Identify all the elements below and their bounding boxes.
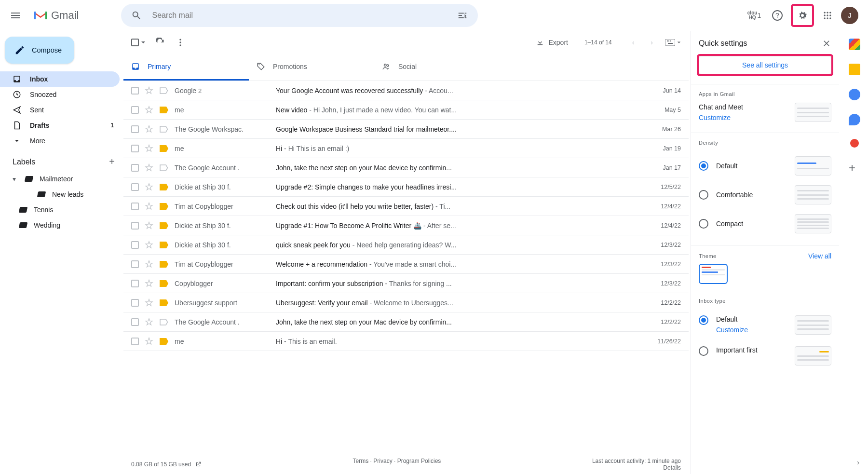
tab-promotions[interactable]: Promotions bbox=[249, 54, 374, 81]
mail-row[interactable]: Tim at CopybloggerCheck out this video (… bbox=[123, 197, 689, 216]
gmail-logo[interactable]: Gmail bbox=[31, 9, 79, 22]
label-wedding[interactable]: Wedding bbox=[0, 217, 123, 233]
label-tennis[interactable]: Tennis bbox=[0, 202, 123, 217]
label-new-leads[interactable]: New leads bbox=[0, 187, 123, 202]
row-checkbox[interactable] bbox=[131, 125, 139, 133]
row-checkbox[interactable] bbox=[131, 183, 139, 191]
row-checkbox[interactable] bbox=[131, 87, 139, 95]
label-mailmeteor[interactable]: ▾ Mailmeteor bbox=[0, 171, 123, 187]
row-checkbox[interactable] bbox=[131, 260, 139, 268]
row-checkbox[interactable] bbox=[131, 203, 139, 210]
mail-row[interactable]: Dickie at Ship 30 f.Upgrade #1: How To B… bbox=[123, 216, 689, 235]
row-checkbox[interactable] bbox=[131, 241, 139, 249]
row-checkbox[interactable] bbox=[131, 338, 139, 345]
compose-button[interactable]: Compose bbox=[5, 37, 74, 64]
star-icon[interactable] bbox=[145, 106, 153, 114]
row-checkbox[interactable] bbox=[131, 222, 139, 230]
row-checkbox[interactable] bbox=[131, 106, 139, 114]
search-icon[interactable] bbox=[127, 6, 146, 25]
mail-row[interactable]: meNew video - Hi John, I just made a new… bbox=[123, 100, 689, 120]
input-tools-button[interactable] bbox=[665, 39, 681, 46]
importance-marker[interactable] bbox=[159, 242, 169, 248]
customize-apps-link[interactable]: Customize bbox=[699, 114, 743, 122]
importance-marker[interactable] bbox=[159, 87, 169, 94]
search-input[interactable] bbox=[146, 11, 453, 20]
keep-icon[interactable] bbox=[849, 64, 860, 75]
tab-social[interactable]: Social bbox=[374, 54, 500, 81]
importance-marker[interactable] bbox=[159, 107, 169, 113]
importance-marker[interactable] bbox=[159, 299, 169, 306]
mail-row[interactable]: CopybloggerImportant: confirm your subsc… bbox=[123, 274, 689, 293]
mail-row[interactable]: The Google Workspac.Google Workspace Bus… bbox=[123, 120, 689, 139]
get-addons-button[interactable]: + bbox=[849, 161, 860, 173]
mail-row[interactable]: meHi - Hi This is an email :)Jan 19 bbox=[123, 139, 689, 158]
mail-row[interactable]: Google 2Your Google Account was recovere… bbox=[123, 81, 689, 100]
settings-gear-icon[interactable] bbox=[793, 6, 812, 25]
importance-marker[interactable] bbox=[159, 280, 169, 287]
more-actions-button[interactable] bbox=[175, 37, 186, 48]
calendar-icon[interactable] bbox=[849, 39, 860, 50]
view-all-themes-link[interactable]: View all bbox=[808, 252, 831, 260]
star-icon[interactable] bbox=[145, 279, 153, 288]
support-icon[interactable]: ? bbox=[768, 6, 787, 25]
importance-marker[interactable] bbox=[159, 338, 169, 345]
row-checkbox[interactable] bbox=[131, 164, 139, 172]
mail-row[interactable]: The Google Account .John, take the next … bbox=[123, 312, 689, 332]
star-icon[interactable] bbox=[145, 298, 153, 307]
row-checkbox[interactable] bbox=[131, 280, 139, 287]
importance-marker[interactable] bbox=[159, 164, 169, 171]
mail-row[interactable]: meHi - This is an email.11/26/22 bbox=[123, 332, 689, 351]
importance-marker[interactable] bbox=[159, 222, 169, 229]
privacy-link[interactable]: Privacy bbox=[373, 458, 392, 464]
tab-primary[interactable]: Primary bbox=[123, 54, 249, 81]
importance-marker[interactable] bbox=[159, 261, 169, 268]
star-icon[interactable] bbox=[145, 202, 153, 211]
contacts-icon[interactable] bbox=[849, 114, 860, 125]
refresh-button[interactable] bbox=[154, 37, 166, 48]
nav-drafts[interactable]: Drafts 1 bbox=[0, 118, 120, 133]
addon-icon[interactable] bbox=[850, 139, 859, 148]
select-all-checkbox[interactable] bbox=[131, 39, 146, 46]
importance-marker[interactable] bbox=[159, 145, 169, 152]
star-icon[interactable] bbox=[145, 86, 153, 95]
mail-row[interactable]: Dickie at Ship 30 f.quick sneak peek for… bbox=[123, 235, 689, 255]
cloudhq-icon[interactable]: clouHQ 1 bbox=[745, 6, 764, 25]
star-icon[interactable] bbox=[145, 318, 153, 326]
next-page-button[interactable]: › bbox=[647, 39, 657, 46]
star-icon[interactable] bbox=[145, 260, 153, 269]
policies-link[interactable]: Program Policies bbox=[397, 458, 441, 464]
nav-snoozed[interactable]: Snoozed bbox=[0, 87, 120, 102]
density-comfortable-option[interactable]: Comfortable bbox=[699, 180, 831, 209]
nav-inbox[interactable]: Inbox bbox=[0, 71, 120, 87]
collapse-panel-button[interactable]: › bbox=[857, 459, 859, 466]
inbox-customize-link[interactable]: Customize bbox=[716, 326, 748, 334]
nav-sent[interactable]: Sent bbox=[0, 102, 120, 118]
row-checkbox[interactable] bbox=[131, 145, 139, 152]
importance-marker[interactable] bbox=[159, 319, 169, 325]
mail-row[interactable]: Ubersuggest supportUbersuggest: Verify y… bbox=[123, 293, 689, 312]
search-bar[interactable] bbox=[121, 4, 478, 27]
star-icon[interactable] bbox=[145, 144, 153, 153]
main-menu-button[interactable] bbox=[4, 4, 27, 27]
account-avatar[interactable]: J bbox=[841, 7, 858, 24]
density-default-option[interactable]: Default bbox=[699, 151, 831, 180]
inbox-important-option[interactable]: Important first bbox=[699, 340, 831, 371]
star-icon[interactable] bbox=[145, 221, 153, 230]
inbox-default-option[interactable]: Default Customize bbox=[699, 310, 831, 340]
star-icon[interactable] bbox=[145, 163, 153, 172]
nav-more[interactable]: More bbox=[0, 133, 120, 149]
close-quick-settings-button[interactable] bbox=[822, 39, 831, 48]
theme-thumbnail[interactable] bbox=[699, 264, 728, 284]
see-all-settings-button[interactable]: See all settings bbox=[699, 56, 831, 74]
mail-row[interactable]: Dickie at Ship 30 f.Upgrade #2: Simple c… bbox=[123, 177, 689, 197]
importance-marker[interactable] bbox=[159, 184, 169, 190]
storage-usage[interactable]: 0.08 GB of 15 GB used bbox=[131, 458, 202, 471]
importance-marker[interactable] bbox=[159, 203, 169, 210]
tasks-icon[interactable] bbox=[849, 89, 860, 100]
prev-page-button[interactable]: ‹ bbox=[628, 39, 638, 46]
details-link[interactable]: Details bbox=[663, 464, 681, 471]
star-icon[interactable] bbox=[145, 125, 153, 134]
search-options-icon[interactable] bbox=[453, 6, 472, 25]
mail-row[interactable]: The Google Account .John, take the next … bbox=[123, 158, 689, 177]
apps-grid-icon[interactable] bbox=[818, 6, 837, 25]
